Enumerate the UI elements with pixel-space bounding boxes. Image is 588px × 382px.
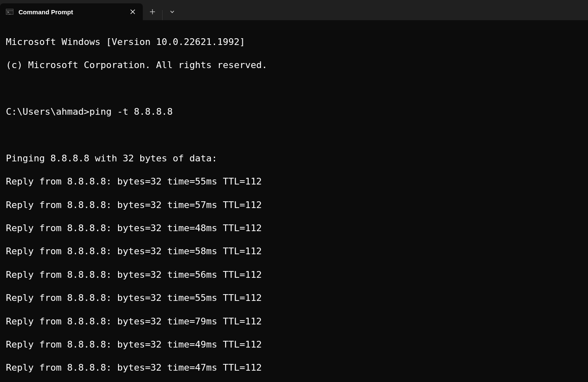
tab-title: Command Prompt [18, 8, 127, 16]
plus-icon [150, 9, 155, 15]
title-bar: Command Prompt [0, 0, 588, 20]
ping-header: Pinging 8.8.8.8 with 32 bytes of data: [6, 153, 588, 164]
close-tab-button[interactable] [127, 6, 139, 18]
ping-reply: Reply from 8.8.8.8: bytes=32 time=55ms T… [6, 292, 588, 304]
chevron-down-icon [169, 9, 175, 15]
ping-reply: Reply from 8.8.8.8: bytes=32 time=49ms T… [6, 339, 588, 350]
ping-reply: Reply from 8.8.8.8: bytes=32 time=55ms T… [6, 176, 588, 187]
blank-line [6, 83, 588, 95]
tab-command-prompt[interactable]: Command Prompt [0, 3, 143, 20]
terminal-output[interactable]: Microsoft Windows [Version 10.0.22621.19… [0, 20, 588, 382]
ping-reply: Reply from 8.8.8.8: bytes=32 time=56ms T… [6, 269, 588, 281]
header-line-1: Microsoft Windows [Version 10.0.22621.19… [6, 36, 588, 48]
header-line-2: (c) Microsoft Corporation. All rights re… [6, 59, 588, 71]
ping-reply: Reply from 8.8.8.8: bytes=32 time=48ms T… [6, 222, 588, 234]
new-tab-button[interactable] [143, 3, 162, 20]
close-icon [130, 9, 135, 14]
ping-reply: Reply from 8.8.8.8: bytes=32 time=47ms T… [6, 362, 588, 374]
command-prompt-icon [6, 9, 13, 15]
ping-reply: Reply from 8.8.8.8: bytes=32 time=57ms T… [6, 199, 588, 211]
blank-line [6, 129, 588, 141]
ping-reply: Reply from 8.8.8.8: bytes=32 time=58ms T… [6, 245, 588, 257]
ping-reply: Reply from 8.8.8.8: bytes=32 time=79ms T… [6, 316, 588, 327]
prompt-line-1: C:\Users\ahmad>ping -t 8.8.8.8 [6, 106, 588, 118]
prompt-path: C:\Users\ahmad> [6, 106, 89, 117]
tab-dropdown-button[interactable] [163, 3, 182, 20]
prompt-command: ping -t 8.8.8.8 [89, 106, 173, 117]
